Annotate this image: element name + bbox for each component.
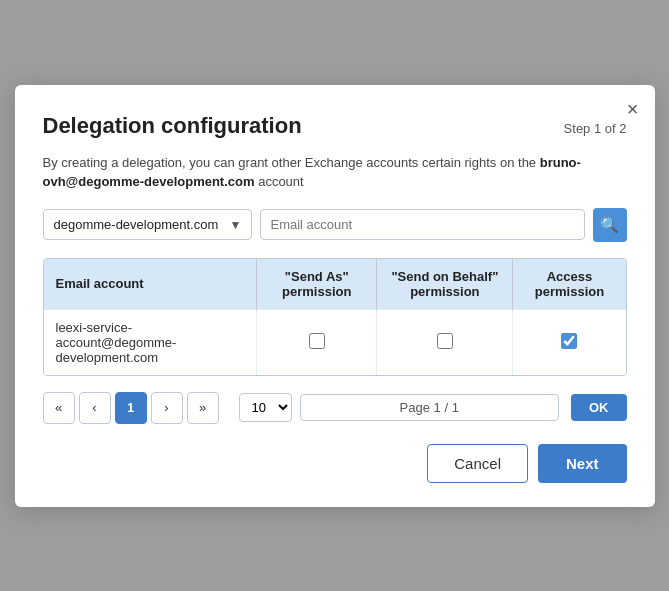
col-access: Access permission [513, 259, 626, 310]
col-send-as: "Send As" permission [257, 259, 377, 310]
col-send-on-behalf: "Send on Behalf" permission [377, 259, 513, 310]
search-row: degomme-development.com ▼ 🔍 [43, 208, 627, 242]
first-page-button[interactable]: « [43, 392, 75, 424]
step-label: Step 1 of 2 [564, 121, 627, 136]
accounts-table: Email account "Send As" permission "Send… [44, 259, 626, 375]
access-checkbox[interactable] [561, 333, 577, 349]
domain-select[interactable]: degomme-development.com [43, 209, 252, 240]
pagination-row: « ‹ 1 › » 10 25 50 Page 1 / 1 OK [43, 392, 627, 424]
table-row: leexi-service-account@degomme-developmen… [44, 309, 626, 375]
send-on-behalf-checkbox[interactable] [437, 333, 453, 349]
description-suffix: account [255, 174, 304, 189]
send-as-checkbox[interactable] [309, 333, 325, 349]
ok-button[interactable]: OK [571, 394, 627, 421]
description-prefix: By creating a delegation, you can grant … [43, 155, 540, 170]
next-button[interactable]: Next [538, 444, 627, 483]
table-header-row: Email account "Send As" permission "Send… [44, 259, 626, 310]
cell-send-as [257, 309, 377, 375]
current-page-button[interactable]: 1 [115, 392, 147, 424]
modal-description: By creating a delegation, you can grant … [43, 153, 627, 192]
modal-header: Delegation configuration Step 1 of 2 [43, 113, 627, 139]
cell-access [513, 309, 626, 375]
search-button[interactable]: 🔍 [593, 208, 627, 242]
cancel-button[interactable]: Cancel [427, 444, 528, 483]
accounts-table-wrap: Email account "Send As" permission "Send… [43, 258, 627, 376]
prev-page-button[interactable]: ‹ [79, 392, 111, 424]
col-email-account: Email account [44, 259, 257, 310]
modal-title: Delegation configuration [43, 113, 302, 139]
domain-select-wrap: degomme-development.com ▼ [43, 209, 252, 240]
action-row: Cancel Next [43, 444, 627, 483]
modal-overlay: × Delegation configuration Step 1 of 2 B… [0, 0, 669, 591]
last-page-button[interactable]: » [187, 392, 219, 424]
email-input[interactable] [260, 209, 585, 240]
next-page-button[interactable]: › [151, 392, 183, 424]
cell-email: leexi-service-account@degomme-developmen… [44, 309, 257, 375]
search-icon: 🔍 [600, 216, 619, 234]
cell-send-on-behalf [377, 309, 513, 375]
page-info: Page 1 / 1 [300, 394, 560, 421]
delegation-modal: × Delegation configuration Step 1 of 2 B… [15, 85, 655, 507]
per-page-select[interactable]: 10 25 50 [239, 393, 292, 422]
close-button[interactable]: × [627, 99, 639, 119]
